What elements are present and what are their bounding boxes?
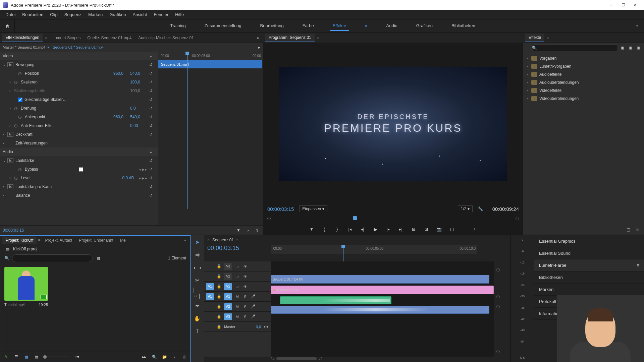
stopwatch-icon[interactable]: ◷ <box>14 106 19 111</box>
thumbnail-size-slider[interactable] <box>43 357 70 357</box>
stopwatch-icon[interactable]: ◷ <box>18 115 23 119</box>
lock-icon[interactable]: 🔒 <box>216 314 222 319</box>
reset-icon[interactable]: ↺ <box>147 88 155 93</box>
program-tc-current[interactable]: 00:00:03:15 <box>267 206 294 212</box>
reset-icon[interactable]: ↺ <box>147 184 155 189</box>
settings-icon[interactable]: 🔧 <box>478 206 483 211</box>
lift-button[interactable]: ⊟ <box>410 226 417 233</box>
tab-project-kickoff[interactable]: Projekt: KickOff <box>2 237 37 244</box>
new-item-icon[interactable]: ▫ <box>171 354 177 360</box>
ec-timeremap[interactable]: Zeit-Verzerrungen <box>15 141 155 145</box>
stopwatch-icon[interactable]: ◷ <box>14 80 19 84</box>
extract-button[interactable]: ⊡ <box>423 226 430 233</box>
program-scrubber[interactable] <box>267 215 519 223</box>
reset-icon[interactable]: ↺ <box>147 106 155 111</box>
timeline-content[interactable]: Sequenz 01.mp4 [V] ★Cinematic Title <box>271 261 494 357</box>
tab-audio-mixer[interactable]: Audioclip-Mischer: Sequenz 01 <box>135 34 197 42</box>
timeline-ruler[interactable]: :00:00 00:00:05:00 00:00:10:0 <box>271 245 477 254</box>
effects-search-input[interactable] <box>533 45 617 51</box>
ec-video-collapse-icon[interactable]: ▴ <box>147 54 155 58</box>
lock-icon[interactable]: 🔒 <box>216 324 222 329</box>
ws-audio[interactable]: Audio <box>384 21 400 31</box>
accelerated-icon[interactable]: ▣ <box>627 45 633 51</box>
timeline-close-icon[interactable]: × <box>207 238 210 242</box>
source-patch-v1[interactable]: V1 <box>206 283 214 290</box>
lock-icon[interactable]: 🔒 <box>216 284 222 289</box>
mark-in-button[interactable]: { <box>321 226 328 233</box>
lock-icon[interactable]: 🔒 <box>216 264 222 268</box>
ws-assembly[interactable]: Zusammenstellung <box>202 21 244 31</box>
ec-volume[interactable]: Lautstärke <box>15 158 147 163</box>
ws-effects[interactable]: Effekte <box>330 21 349 31</box>
filter-icon[interactable]: ▼ <box>235 227 241 233</box>
reset-icon[interactable]: ↺ <box>147 176 155 180</box>
ws-editing[interactable]: Bearbeitung <box>258 21 286 31</box>
reset-icon[interactable]: ↺ <box>147 80 155 84</box>
tab-menu-icon[interactable]: ≡ <box>234 238 240 242</box>
ws-graphics[interactable]: Grafiken <box>414 21 435 31</box>
32bit-icon[interactable]: ▣ <box>635 45 641 51</box>
step-forward-button[interactable]: |▸ <box>385 226 391 233</box>
stopwatch-icon[interactable]: ◷ <box>18 167 23 172</box>
new-bin-icon[interactable]: 📁 <box>161 354 167 360</box>
home-button[interactable] <box>0 19 15 33</box>
menu-fenster[interactable]: Fenster <box>150 11 172 18</box>
type-tool[interactable]: T <box>193 327 201 335</box>
icon-view-icon[interactable]: ▦ <box>23 354 29 360</box>
panel-essential-graphics[interactable]: Essential Graphics <box>534 235 644 247</box>
ws-training[interactable]: Training <box>167 21 188 31</box>
track-header-v3[interactable]: 🔒V3▭👁 <box>204 261 271 272</box>
list-view-icon[interactable]: ☰ <box>13 354 19 360</box>
ws-color[interactable]: Farbe <box>300 21 317 31</box>
tab-source[interactable]: Quelle: Sequenz 01.mp4 <box>84 34 135 42</box>
menu-ansicht[interactable]: Ansicht <box>129 11 150 18</box>
menu-marken[interactable]: Marken <box>85 11 106 18</box>
panel-libraries[interactable]: Bibliotheken <box>534 272 644 284</box>
ec-pos-x[interactable]: 960,0 <box>113 71 130 76</box>
lock-icon[interactable]: 🔒 <box>216 294 222 299</box>
reset-icon[interactable]: ↺ <box>147 97 155 102</box>
toggle-output-icon[interactable]: ▭ <box>234 264 240 268</box>
ec-level-val[interactable]: 0,0 dB <box>122 176 139 180</box>
ripple-edit-tool[interactable]: ⟷ <box>193 263 201 272</box>
chevron-right-icon[interactable]: › <box>3 132 7 137</box>
effects-folder[interactable]: ›Audioeffekte <box>523 70 644 78</box>
ec-pos-y[interactable]: 540,0 <box>130 71 147 76</box>
panel-lumetri-color[interactable]: Lumetri-Farbe≡ <box>534 259 644 272</box>
stopwatch-icon[interactable]: ◷ <box>18 71 23 76</box>
ec-anchor-y[interactable]: 540,0 <box>130 115 147 119</box>
tab-program[interactable]: Programm: Sequenz 01 <box>265 34 315 42</box>
program-fit-dropdown[interactable]: Einpassen ▾ <box>299 205 327 212</box>
effects-folder[interactable]: ›Audioüberblendungen <box>523 78 644 86</box>
ec-clip-header[interactable]: Sequenz 01.mp4 <box>158 60 262 68</box>
tab-menu-icon[interactable]: ≡ <box>37 238 42 243</box>
freeform-icon[interactable]: ▦ <box>95 255 101 261</box>
eye-icon[interactable]: 👁 <box>242 264 248 268</box>
ec-balance[interactable]: Balance <box>15 193 147 198</box>
fx-badge[interactable]: fx <box>7 184 13 189</box>
go-to-in-button[interactable]: |◂ <box>346 226 353 233</box>
chevron-right-icon[interactable]: › <box>9 80 14 84</box>
razor-tool[interactable]: ✂ <box>193 276 201 284</box>
menu-grafiken[interactable]: Grafiken <box>106 11 129 18</box>
close-button[interactable]: ✕ <box>629 0 641 10</box>
step-back-button[interactable]: ◂| <box>359 226 366 233</box>
panel-essential-sound[interactable]: Essential Sound <box>534 247 644 259</box>
tab-menu-icon[interactable]: ≡ <box>315 36 321 40</box>
presets-icon[interactable]: ▣ <box>619 45 625 51</box>
ec-scale-val[interactable]: 100,0 <box>130 80 147 84</box>
track-header-a1[interactable]: A1🔒A1MS🎤 <box>204 292 271 302</box>
ws-overflow[interactable]: » <box>631 24 644 28</box>
chevron-right-icon[interactable]: › <box>9 88 14 93</box>
ec-channel-vol[interactable]: Lautstärke pro Kanal <box>15 184 147 189</box>
fx-badge[interactable]: fx <box>7 132 13 137</box>
stopwatch-icon[interactable]: ◷ <box>14 176 19 180</box>
menu-datei[interactable]: Datei <box>2 11 19 18</box>
reset-icon[interactable]: ↺ <box>147 132 155 137</box>
chevron-right-icon[interactable]: › <box>9 123 14 128</box>
track-select-tool[interactable]: ⥤ <box>193 251 201 259</box>
reset-icon[interactable]: ↺ <box>147 123 155 128</box>
program-zoom-dropdown[interactable]: 1/2 ▾ <box>458 205 473 212</box>
export-frame-button[interactable]: 📷 <box>436 226 442 233</box>
timeline-clip-audio2[interactable] <box>271 306 489 314</box>
